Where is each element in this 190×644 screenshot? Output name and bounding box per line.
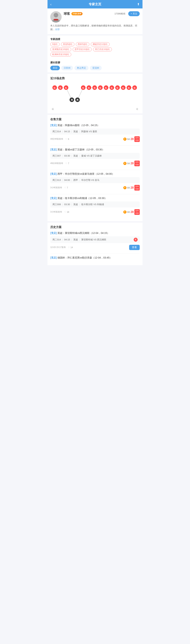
svg-point-4 <box>56 14 57 15</box>
match-category-4: [竞足] <box>50 197 57 200</box>
expert-stats-section: 专家战绩 9连红 英冠5连红 西杯5连红 挪超历史12连红 亚洲预历史10连红 … <box>47 36 143 60</box>
history-info-row-1: 周二014 | 04:15 | 英超 | 莱切斯特城 VS 西汉姆联 红 <box>50 236 140 243</box>
match-teams-2: 曼城 VS 诺丁汉森林 <box>81 154 102 158</box>
match-league-1: 英超 <box>73 130 78 133</box>
on-sale-section: 在售方案 [竞足] 英超：阿森纳vs曼联（12-05，04:15） 周三014 … <box>47 115 143 221</box>
match-title-2: [竞足] 英超：曼城vs诺丁汉森林（12-05，03:30） <box>50 148 140 152</box>
price-sale-1: 28 <box>131 138 134 141</box>
price-badge-2: 首单优惠 <box>134 160 140 166</box>
price-badge-1: 首单优惠 <box>134 136 140 142</box>
svg-text:黑: 黑 <box>77 99 79 101</box>
history-bottom-1: 12-03 15:17发布 ♡ 14 查看 <box>50 244 140 251</box>
match-info-row-1: 周三014 | 04:15 | 英超 | 阿森纳 VS 曼联 <box>50 128 140 134</box>
history-category-2: [竞足] <box>50 256 57 259</box>
history-week-1: 周二014 <box>52 238 61 241</box>
match-publish-4: 3小时前发布 ♡ 18 <box>50 210 69 214</box>
league-label: 擅长联赛 <box>50 61 140 64</box>
match-time-2: 03:30 <box>64 154 70 157</box>
league-tag-yingguan[interactable]: 英冠 <box>50 66 60 70</box>
trend-svg: 红 红 红 黑 黑 红 红 红 红 红 <box>52 83 138 106</box>
match-teams-4: 纽卡斯尔联 VS 利物浦 <box>81 203 104 206</box>
league-section: 擅长联赛 英冠 日联杯 奥运男足 亚冠杯 <box>47 60 143 72</box>
match-info-row-4: 周三008 | 03:30 | 英超 | 纽卡斯尔联 VS 利物浦 <box>50 202 140 208</box>
trend-section: 近15场走势 <box>47 74 143 114</box>
match-card-2: [竞足] 英超：曼城vs诺丁汉森林（12-05，03:30） 周三007 | 0… <box>50 148 140 167</box>
match-category-1: [竞足] <box>50 124 57 126</box>
match-title-1: [竞足] 英超：阿森纳vs曼联（12-05，04:15） <box>50 124 140 127</box>
match-title-4: [竞足] 英超：纽卡斯尔联vs利物浦（12-05，03:30） <box>50 196 140 200</box>
svg-text:红: 红 <box>122 87 124 89</box>
history-title: 历史方案 <box>50 226 140 229</box>
tag-yingguang-5: 英冠5连红 <box>61 42 75 46</box>
tag-9-red: 9连红 <box>50 42 60 46</box>
stats-tags-row: 9连红 英冠5连红 西杯5连红 挪超历史12连红 <box>50 42 140 46</box>
league-tag-ribianbei[interactable]: 日联杯 <box>61 66 73 70</box>
league-tag-yagun[interactable]: 亚冠杯 <box>90 66 102 70</box>
history-section: 历史方案 [竞足] 英超：莱切斯特城vs西汉姆联（12-04，04:15） 周二… <box>47 222 143 265</box>
price-sale-3: 28 <box>131 186 134 189</box>
match-category-2: [竞足] <box>50 148 57 151</box>
match-price-1[interactable]: ¥ 58 28 首单优惠 <box>123 136 140 142</box>
match-price-4[interactable]: ¥ 88 28 首单优惠 <box>123 209 140 215</box>
price-original-4: 88 <box>127 210 130 214</box>
match-bottom-4: 3小时前发布 ♡ 18 ¥ 88 28 首单优惠 <box>50 208 140 216</box>
league-tag-aoyun[interactable]: 奥运男足 <box>74 66 88 70</box>
back-icon[interactable]: ‹ <box>50 2 56 6</box>
share-icon[interactable]: ⬆ <box>134 2 140 6</box>
match-league-3: 西甲 <box>73 178 78 182</box>
match-time-3: 04:00 <box>64 179 70 182</box>
match-time-1: 04:15 <box>64 130 70 133</box>
match-category-3: [竞足] <box>50 172 57 175</box>
stats-label: 专家战绩 <box>50 38 140 41</box>
header-title: 专家主页 <box>56 2 134 6</box>
avatar <box>50 11 62 22</box>
trend-label-left: 远 <box>52 108 54 110</box>
match-week-2: 周三007 <box>52 154 61 158</box>
svg-text:红: 红 <box>65 87 67 89</box>
price-badge-3: 首单优惠 <box>134 185 140 190</box>
match-publish-2: 49分钟前发布 ♡ 7 <box>50 162 69 165</box>
tag-heyi-10: 荷乙历史10连红 <box>93 47 112 52</box>
tag-yazhou-10: 亚洲预历史10连红 <box>50 47 71 52</box>
svg-text:黑: 黑 <box>71 99 73 101</box>
match-week-3: 周三013 <box>52 178 61 182</box>
history-card-1: [竞足] 英超：莱切斯特城vs西汉姆联（12-04，04:15） 周二014 |… <box>50 231 140 251</box>
match-publish-1: 49分钟前发布 ♡ 6 <box>50 138 69 140</box>
history-time-1: 04:15 <box>64 238 70 241</box>
stats-tags-row-3: 欧洲杯历史10连红 <box>50 52 140 56</box>
trend-label-right: 近 <box>136 108 138 110</box>
svg-text:红: 红 <box>134 87 136 89</box>
history-league-1: 英超 <box>73 238 78 241</box>
svg-point-1 <box>54 13 58 18</box>
fans-count: 17306粉丝 <box>115 12 125 15</box>
match-publish-3: 3小时前发布 ♡ 7 <box>50 186 68 189</box>
price-sale-4: 28 <box>131 210 134 214</box>
tag-xibei-5: 西杯5连红 <box>76 42 89 46</box>
profile-name: 球客 <box>64 12 70 16</box>
price-coin-icon-4: ¥ <box>123 210 127 214</box>
match-week-1: 周三014 <box>52 130 61 133</box>
match-bottom-3: 3小时前发布 ♡ 7 ¥ 88 28 首单优惠 <box>50 184 140 191</box>
match-week-4: 周三008 <box>52 203 61 206</box>
sale-title: 在售方案 <box>50 118 140 121</box>
match-title-3: [竞足] 西甲：毕尔巴鄂竞技vs皇家马德里（12-05，04:00） <box>50 172 140 176</box>
trend-title: 近15场走势 <box>50 76 140 80</box>
desc-more-link[interactable]: 全部 <box>55 28 60 31</box>
price-original-1: 58 <box>127 138 130 140</box>
history-card-2: [竞足] 德国杯：拜仁慕尼黑vs勒沃库森（12-04，03:45） <box>50 256 140 260</box>
match-teams-1: 阿森纳 VS 曼联 <box>81 130 97 133</box>
match-price-2[interactable]: ¥ 58 28 首单优惠 <box>123 160 140 166</box>
match-card-4: [竞足] 英超：纽卡斯尔联vs利物浦（12-05，03:30） 周三008 | … <box>50 196 140 216</box>
avatar-image <box>50 11 62 22</box>
svg-text:红: 红 <box>53 87 56 89</box>
follow-button[interactable]: + 关注 <box>128 11 140 16</box>
league-tags: 英冠 日联杯 奥运男足 亚冠杯 <box>50 66 140 70</box>
view-button-1[interactable]: 查看 <box>129 245 140 250</box>
divider-3 <box>50 194 140 194</box>
history-title-2: [竞足] 德国杯：拜仁慕尼黑vs勒沃库森（12-04，03:45） <box>50 256 140 260</box>
match-price-3[interactable]: ¥ 88 28 首单优惠 <box>123 185 140 190</box>
profile-section: 球客 10连红勋章 17306粉丝 + 关注 本人实战经验多年，擅长盘口指数解读… <box>47 8 143 34</box>
match-time-4: 03:30 <box>64 203 70 206</box>
price-badge-4: 首单优惠 <box>134 209 140 215</box>
match-league-4: 英超 <box>73 203 78 206</box>
